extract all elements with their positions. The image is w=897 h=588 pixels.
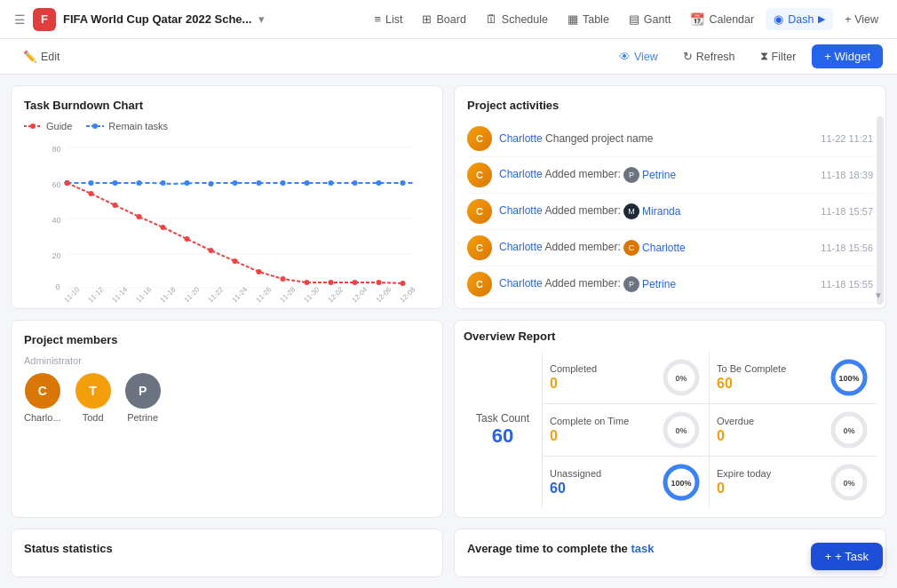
- dash-arrow: ▶: [818, 13, 825, 25]
- scrollbar-track[interactable]: [877, 116, 884, 305]
- filter-icon: ⧗: [760, 50, 768, 63]
- donut-overdue: 0%: [829, 409, 869, 450]
- donut-complete-on-time: 0%: [661, 409, 702, 450]
- activity-item: C Charlotte Added member: P Petrine 11-1…: [467, 266, 873, 303]
- svg-point-23: [281, 180, 286, 186]
- tab-dash[interactable]: ◉ Dash ▶: [766, 8, 833, 30]
- svg-point-21: [233, 180, 238, 186]
- activity-item: C Charlotte Added member: T Todd 11-18 1…: [467, 303, 873, 309]
- svg-text:0%: 0%: [676, 426, 687, 435]
- member-charlotte: C Charlo...: [24, 373, 61, 423]
- activity-item: C Charlotte Added member: P Petrine 11-1…: [467, 157, 873, 194]
- activities-title: Project activities: [467, 99, 873, 112]
- svg-text:100%: 100%: [671, 479, 692, 488]
- task-fab-button[interactable]: + + Task: [811, 543, 883, 570]
- avatar-charlotte: C: [467, 235, 492, 260]
- view-button[interactable]: 👁 View: [610, 46, 667, 68]
- refresh-button[interactable]: ↻ Refresh: [674, 45, 744, 68]
- svg-text:0: 0: [56, 282, 60, 291]
- svg-point-25: [329, 180, 334, 186]
- tab-schedule[interactable]: 🗓 Schedule: [478, 8, 556, 30]
- legend-remain: Remain tasks: [86, 121, 168, 131]
- svg-point-38: [281, 276, 286, 282]
- members-card: Project members Administrator C Charlo..…: [11, 320, 443, 518]
- avg-time-card: Average time to complete the task + + Ta…: [454, 528, 886, 577]
- svg-point-27: [377, 180, 382, 186]
- svg-text:0%: 0%: [676, 374, 687, 383]
- svg-text:40: 40: [52, 216, 61, 225]
- svg-point-34: [185, 236, 190, 242]
- member-todd: T Todd: [75, 373, 111, 423]
- svg-text:100%: 100%: [838, 374, 859, 383]
- activity-item: C Charlotte Changed project name 11-22 1…: [467, 121, 873, 157]
- dash-icon: ◉: [774, 12, 783, 26]
- svg-point-33: [161, 225, 166, 230]
- svg-point-17: [137, 180, 142, 186]
- main-content: Task Burndown Chart Guide Remain tasks 8…: [0, 75, 897, 588]
- avatar-charlotte: C: [467, 199, 492, 224]
- avatar-charlotte-sm: C: [623, 240, 639, 256]
- burndown-title: Task Burndown Chart: [24, 99, 430, 112]
- top-nav: ☰ F FIFA World Cup Qatar 2022 Sche... ▾ …: [0, 0, 897, 39]
- metric-expire-today: Expire today 0 0%: [710, 457, 877, 508]
- donut-to-be-complete: 100%: [829, 357, 869, 398]
- tab-gantt[interactable]: ▤ Gantt: [621, 8, 679, 30]
- chart-legend: Guide Remain tasks: [24, 121, 430, 131]
- metric-overdue: Overdue 0 0%: [710, 404, 877, 457]
- scroll-down-icon[interactable]: ▼: [872, 289, 885, 301]
- svg-point-36: [233, 258, 238, 264]
- activities-card: Project activities C Charlotte Changed p…: [454, 85, 886, 309]
- filter-button[interactable]: ⧗ Filter: [751, 45, 806, 68]
- calendar-icon: 📆: [690, 12, 704, 26]
- metrics-grid: Completed 0 0% To Be Complete 60: [543, 352, 877, 508]
- project-title: FIFA World Cup Qatar 2022 Sche...: [63, 12, 251, 26]
- donut-unassigned: 100%: [661, 462, 702, 503]
- svg-text:0%: 0%: [843, 426, 854, 435]
- view-icon: 👁: [619, 51, 631, 63]
- table-icon: ▦: [568, 12, 578, 26]
- svg-point-16: [113, 180, 118, 186]
- tab-table[interactable]: ▦ Table: [560, 8, 617, 30]
- svg-point-39: [305, 280, 310, 285]
- edit-icon: ✏️: [23, 50, 37, 63]
- widget-button[interactable]: + Widget: [812, 44, 883, 68]
- svg-text:60: 60: [52, 180, 61, 189]
- gantt-icon: ▤: [629, 12, 639, 26]
- svg-point-35: [209, 248, 214, 253]
- avatar-petrine2-sm: P: [623, 276, 639, 292]
- avatar-todd-lg: T: [75, 373, 111, 409]
- svg-text:80: 80: [52, 145, 61, 154]
- edit-button[interactable]: ✏️ Edit: [14, 45, 69, 68]
- donut-completed: 0%: [661, 357, 702, 398]
- role-label: Administrator: [24, 355, 430, 366]
- avatar-charlotte: C: [467, 126, 492, 151]
- avatar-charlotte-lg: C: [25, 373, 60, 409]
- remain-line-icon: [86, 122, 104, 131]
- task-count-label: Task Count: [476, 412, 529, 425]
- avatar-miranda-sm: M: [623, 203, 639, 219]
- tab-board[interactable]: ⊞ Board: [414, 8, 473, 30]
- hamburger-icon[interactable]: ☰: [11, 9, 29, 30]
- metric-to-be-complete: To Be Complete 60 100%: [710, 352, 877, 404]
- title-dropdown-icon[interactable]: ▾: [258, 12, 265, 26]
- svg-point-29: [65, 180, 70, 186]
- svg-point-18: [161, 180, 166, 186]
- svg-text:0%: 0%: [843, 479, 854, 488]
- tab-calendar[interactable]: 📆 Calendar: [682, 8, 762, 30]
- tab-list[interactable]: ≡ List: [366, 8, 410, 30]
- avatar-petrine-sm: P: [623, 167, 639, 183]
- svg-point-15: [89, 180, 94, 186]
- svg-point-43: [401, 281, 406, 286]
- add-view-button[interactable]: + View: [837, 9, 886, 30]
- svg-point-41: [353, 280, 358, 285]
- app-logo: F: [33, 8, 56, 31]
- svg-point-24: [305, 180, 310, 186]
- member-petrine: P Petrine: [125, 373, 161, 423]
- status-stats-card: Status statistics: [11, 528, 443, 577]
- svg-point-37: [257, 269, 262, 274]
- schedule-icon: 🗓: [486, 12, 497, 26]
- activity-item: C Charlotte Added member: M Miranda 11-1…: [467, 194, 873, 230]
- status-stats-title: Status statistics: [24, 542, 430, 555]
- svg-point-30: [89, 191, 94, 196]
- svg-point-3: [92, 123, 98, 129]
